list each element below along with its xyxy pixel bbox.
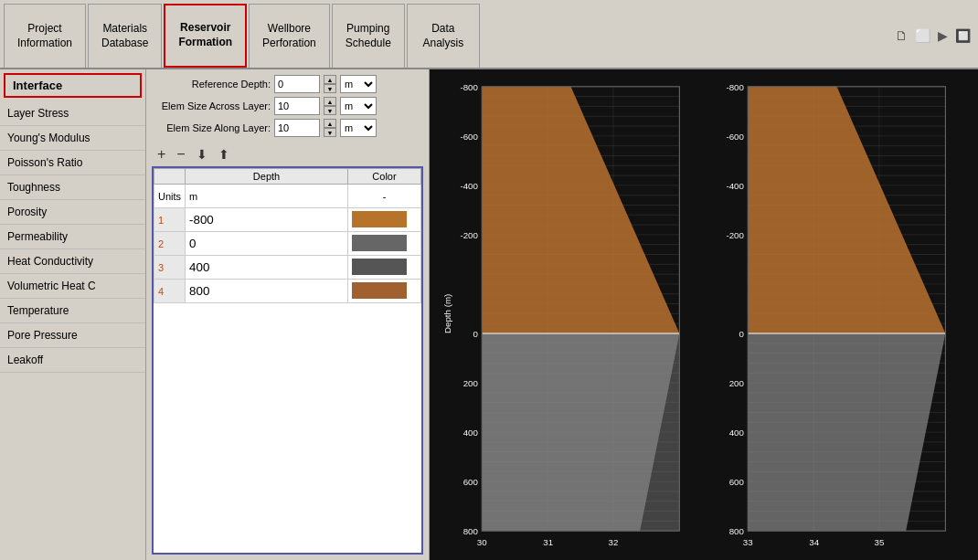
tab-bar: Project Information Materials Database R… (0, 0, 978, 69)
maximize-icon[interactable]: ⬜ (915, 28, 930, 43)
sidebar-item-heat-conductivity[interactable]: Heat Conductivity (0, 249, 145, 274)
elem-size-along-down[interactable]: ▼ (324, 128, 336, 137)
svg-text:33: 33 (743, 537, 753, 547)
row-color-4[interactable] (348, 280, 421, 303)
elem-size-along-unit[interactable]: m ft (340, 119, 377, 137)
svg-text:Depth (m): Depth (m) (442, 294, 452, 333)
chart-area: -800 -600 -400 -200 0 200 400 600 800 30… (430, 69, 978, 560)
sidebar-item-toughness[interactable]: Toughness (0, 175, 145, 200)
reference-depth-spinner: ▲ ▼ (324, 75, 336, 93)
svg-text:-400: -400 (460, 181, 478, 191)
reference-depth-up[interactable]: ▲ (324, 75, 336, 84)
svg-text:-200: -200 (726, 230, 744, 240)
sidebar-header-interface[interactable]: Interface (4, 73, 142, 98)
sidebar: Interface Layer Stress Young's Modulus P… (0, 69, 146, 560)
table-row[interactable]: 2 (154, 232, 421, 256)
center-panel: Reference Depth: ▲ ▼ m ft Elem Size Acro… (146, 69, 430, 560)
svg-text:800: 800 (463, 526, 479, 536)
svg-text:-200: -200 (460, 230, 478, 240)
reference-depth-unit[interactable]: m ft (340, 75, 377, 93)
tab-pumping-schedule[interactable]: Pumping Schedule (332, 4, 405, 68)
tab-reservoir-formation[interactable]: Reservoir Formation (164, 4, 247, 68)
row-color-1[interactable] (348, 208, 421, 232)
elem-size-across-up[interactable]: ▲ (324, 97, 336, 106)
reference-depth-label: Reference Depth: (152, 79, 271, 90)
table-row[interactable]: 3 (154, 256, 421, 280)
row-color-2[interactable] (348, 232, 421, 256)
svg-text:600: 600 (729, 477, 745, 487)
arrow-right-icon[interactable]: ▶ (938, 28, 948, 43)
sidebar-item-youngs-modulus[interactable]: Young's Modulus (0, 126, 145, 151)
elem-size-across-input[interactable] (274, 97, 320, 115)
elem-size-along-up[interactable]: ▲ (324, 119, 336, 128)
row-depth-1[interactable] (186, 208, 348, 232)
export-button[interactable]: ⬆ (217, 147, 231, 162)
sidebar-item-pore-pressure[interactable]: Pore Pressure (0, 323, 145, 348)
minimize-icon[interactable]: 🔲 (955, 28, 971, 43)
svg-text:31: 31 (543, 537, 553, 547)
reference-depth-input[interactable] (274, 75, 320, 93)
col-header-depth: Depth (186, 169, 348, 185)
col-header-num (154, 169, 186, 185)
tab-project-information[interactable]: Project Information (4, 4, 86, 68)
tab-wellbore-perforation[interactable]: Wellbore Perforation (249, 4, 330, 68)
row-depth-4[interactable] (186, 280, 348, 303)
svg-text:0: 0 (473, 329, 479, 339)
sidebar-item-temperature[interactable]: Temperature (0, 299, 145, 323)
svg-text:-600: -600 (460, 132, 478, 142)
units-depth: m (186, 185, 348, 208)
svg-text:-600: -600 (726, 132, 744, 142)
units-row: Units m - (154, 185, 421, 208)
main-content: Interface Layer Stress Young's Modulus P… (0, 69, 978, 560)
import-button[interactable]: ⬇ (195, 147, 209, 162)
min-stress-svg: -800 -600 -400 -200 0 200 400 600 800 30… (442, 77, 699, 560)
col-header-color: Color (348, 169, 421, 185)
svg-text:400: 400 (463, 428, 479, 438)
svg-text:35: 35 (875, 537, 885, 547)
elem-size-across-label: Elem Size Across Layer: (152, 100, 271, 111)
svg-text:600: 600 (463, 477, 479, 487)
table-row[interactable]: 4 (154, 280, 421, 303)
row-num-1: 1 (154, 208, 186, 232)
reference-depth-down[interactable]: ▼ (324, 84, 336, 93)
svg-text:-800: -800 (726, 82, 744, 92)
row-color-3[interactable] (348, 256, 421, 280)
elem-size-along-row: Elem Size Along Layer: ▲ ▼ m ft (152, 119, 423, 137)
sidebar-item-leakoff[interactable]: Leakoff (0, 348, 145, 373)
elem-size-along-label: Elem Size Along Layer: (152, 122, 271, 133)
min-stress-chart: -800 -600 -400 -200 0 200 400 600 800 30… (442, 77, 699, 560)
elem-size-along-input[interactable] (274, 119, 320, 137)
remove-row-button[interactable]: − (175, 146, 186, 163)
elem-size-across-unit[interactable]: m ft (340, 97, 377, 115)
svg-text:-400: -400 (726, 181, 744, 191)
data-table-container: Depth Color Units m - 1 (152, 166, 423, 555)
svg-text:-800: -800 (460, 82, 478, 92)
reference-depth-row: Reference Depth: ▲ ▼ m ft (152, 75, 423, 93)
tab-materials-database[interactable]: Materials Database (88, 4, 162, 68)
elem-size-across-spinner: ▲ ▼ (324, 97, 336, 115)
row-depth-3[interactable] (186, 256, 348, 280)
sidebar-item-volumetric-heat[interactable]: Volumetric Heat C (0, 274, 145, 299)
max-stress-chart: -800 -600 -400 -200 0 200 400 600 800 33… (708, 77, 965, 560)
svg-text:32: 32 (609, 537, 619, 547)
row-depth-2[interactable] (186, 232, 348, 256)
table-row[interactable]: 1 (154, 208, 421, 232)
svg-text:400: 400 (729, 428, 745, 438)
charts-row: -800 -600 -400 -200 0 200 400 600 800 30… (433, 77, 974, 560)
units-color: - (348, 185, 421, 208)
sidebar-item-permeability[interactable]: Permeability (0, 225, 145, 249)
tab-data-analysis[interactable]: Data Analysis (407, 4, 480, 68)
row-num-4: 4 (154, 280, 186, 303)
row-num-3: 3 (154, 256, 186, 280)
svg-text:30: 30 (477, 537, 487, 547)
units-label: Units (154, 185, 186, 208)
sidebar-item-porosity[interactable]: Porosity (0, 200, 145, 225)
sidebar-item-poissons-ratio[interactable]: Poisson's Ratio (0, 151, 145, 175)
elem-size-across-down[interactable]: ▼ (324, 106, 336, 115)
svg-text:0: 0 (739, 329, 745, 339)
max-stress-svg: -800 -600 -400 -200 0 200 400 600 800 33… (708, 77, 965, 560)
sidebar-item-layer-stress[interactable]: Layer Stress (0, 101, 145, 126)
depth-color-table: Depth Color Units m - 1 (154, 168, 421, 303)
doc-icon[interactable]: 🗋 (895, 28, 908, 43)
add-row-button[interactable]: + (155, 146, 167, 163)
